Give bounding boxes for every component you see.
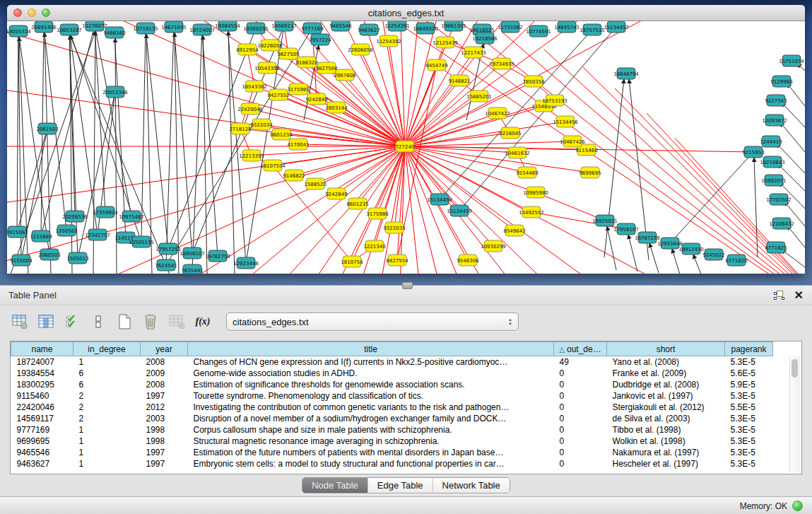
graph-node[interactable]: 9146821 [448, 75, 470, 86]
table-cell[interactable]: Hescheler et al. (1997) [607, 458, 725, 469]
graph-node[interactable]: 16210643 [760, 156, 785, 168]
graph-node[interactable]: 1215689 [30, 230, 52, 242]
table-cell[interactable]: 0 [554, 402, 607, 413]
table-cell[interactable]: 18724007 [11, 356, 73, 368]
graph-node[interactable]: 10975487 [119, 211, 144, 222]
table-cell[interactable]: 1 [73, 424, 141, 436]
graph-node[interactable]: 17703502 [766, 194, 792, 205]
graph-edge[interactable] [336, 146, 405, 194]
graph-node[interactable]: 10461632 [505, 147, 530, 158]
graph-edge[interactable] [536, 192, 605, 221]
table-cell[interactable]: 2012 [141, 402, 188, 413]
table-cell[interactable]: 0 [554, 379, 607, 390]
graph-edge[interactable] [168, 28, 256, 249]
table-row[interactable]: 946554611997Estimation of the future num… [11, 447, 773, 458]
graph-node[interactable]: 7624541 [155, 259, 177, 271]
graph-node[interactable]: 16925021 [592, 215, 618, 226]
graph-node[interactable]: 9465546 [329, 21, 352, 31]
graph-node[interactable]: 11731062 [498, 21, 523, 33]
graph-node[interactable]: 6771825 [765, 242, 787, 253]
table-cell[interactable]: Stergiakouli et al. (2012) [607, 402, 725, 413]
graph-node[interactable]: 19218586 [472, 33, 498, 44]
graph-node[interactable]: 8427552 [267, 89, 289, 100]
table-cell[interactable]: 5.5E-5 [725, 402, 773, 413]
graph-node[interactable]: 9322035 [383, 222, 405, 233]
graph-node[interactable]: 19861301 [441, 21, 466, 31]
table-row[interactable]: 911546021997Tourette syndrome. Phenomeno… [11, 390, 773, 402]
graph-edge[interactable] [405, 96, 479, 146]
table-cell[interactable]: 1997 [141, 447, 188, 458]
graph-node[interactable]: 10853287 [57, 24, 82, 35]
column-header-pagerank[interactable]: pagerank [725, 342, 773, 356]
graph-node[interactable]: 2718120 [229, 123, 251, 134]
graph-node[interactable]: 12106432 [769, 218, 794, 229]
table-cell[interactable]: Nakamura et al. (1997) [607, 447, 725, 458]
function-builder-button[interactable]: f(x) [193, 312, 213, 332]
table-cell[interactable]: Corpus callosum shape and size in male p… [188, 424, 554, 436]
table-cell[interactable]: 22420046 [11, 402, 73, 413]
network-window-titlebar[interactable]: citations_edges.txt [7, 5, 805, 21]
graph-node[interactable]: 18226058 [257, 40, 283, 51]
table-cell[interactable]: de Silva et al. (2003) [607, 413, 725, 424]
graph-node[interactable]: 15134459 [447, 205, 472, 216]
graph-node[interactable]: 18724007 [189, 24, 215, 35]
table-cell[interactable]: Estimation of the future numbers of pati… [188, 447, 554, 458]
table-source-dropdown[interactable]: citations_edges.txt ▲▼ [226, 313, 519, 331]
graph-node[interactable]: 9242848 [305, 93, 327, 105]
graph-node[interactable]: 18757515 [579, 24, 605, 35]
graph-node[interactable]: 6771820 [725, 255, 747, 266]
graph-edge[interactable] [17, 129, 47, 232]
table-cell[interactable]: Jankovic et al. (1997) [607, 390, 725, 402]
table-cell[interactable]: 2008 [141, 356, 188, 368]
graph-edge[interactable] [405, 146, 514, 230]
table-cell[interactable]: 2003 [141, 413, 188, 424]
table-cell[interactable]: Structural magnetic resonance image aver… [188, 436, 554, 447]
graph-node[interactable]: 11254392 [376, 35, 401, 47]
table-row[interactable]: 977716911998Corpus callosum shape and si… [11, 424, 773, 436]
graph-node[interactable]: 22420046 [237, 103, 263, 115]
graph-node[interactable]: 1350561 [55, 225, 77, 236]
table-row[interactable]: 969969511998Structural magnetic resonanc… [11, 436, 773, 447]
graph-node[interactable]: 14569117 [271, 21, 297, 31]
table-cell[interactable]: 14569117 [11, 413, 73, 424]
table-row[interactable]: 2242004622012Investigating the contribut… [11, 402, 773, 413]
graph-edge[interactable] [315, 146, 405, 184]
table-cell[interactable]: 5.3E-5 [725, 424, 773, 436]
graph-node[interactable]: 10467427 [485, 107, 510, 119]
graph-node[interactable]: 18107554 [260, 160, 286, 171]
graph-node[interactable]: 16787259 [635, 232, 660, 243]
graph-edge[interactable] [782, 103, 805, 127]
scrollbar-thumb[interactable] [792, 359, 798, 378]
graph-node[interactable]: 12342757 [85, 229, 110, 240]
graph-edge[interactable] [405, 146, 590, 173]
network-view-canvas[interactable]: 1405572420691406108532871527607294661601… [7, 21, 805, 274]
table-cell[interactable]: 9777169 [11, 424, 73, 436]
delete-table-button[interactable] [141, 312, 160, 332]
table-cell[interactable]: 5.3E-5 [725, 390, 773, 402]
panel-resize-handle[interactable] [402, 282, 413, 289]
graph-edge[interactable] [405, 65, 437, 146]
table-cell[interactable]: 2 [73, 390, 141, 402]
graph-node[interactable]: 8549643 [503, 225, 525, 236]
graph-node[interactable]: 15492557 [519, 206, 544, 218]
graph-node[interactable]: 10719135 [133, 23, 158, 34]
graph-edge[interactable] [17, 31, 18, 232]
graph-node[interactable]: 14671045 [161, 21, 187, 33]
table-cell[interactable]: 0 [554, 436, 607, 447]
graph-edge[interactable] [141, 28, 146, 242]
graph-node[interactable]: 9699695 [579, 167, 601, 178]
graph-node[interactable]: 7850358 [522, 76, 544, 87]
table-cell[interactable]: 0 [554, 390, 607, 402]
graph-node[interactable]: 14845743 [554, 21, 579, 33]
table-settings-button[interactable] [10, 312, 30, 332]
table-cell[interactable]: 2009 [141, 368, 188, 379]
tab-node-table[interactable]: Node Table [302, 478, 367, 493]
graph-node[interactable]: 9463627 [358, 24, 379, 35]
graph-node[interactable]: 15885201 [466, 90, 492, 102]
row-height-button[interactable] [88, 312, 108, 332]
graph-node[interactable]: 20053346 [102, 86, 128, 98]
graph-node[interactable]: 15134458 [427, 194, 452, 205]
graph-node[interactable]: 22606058 [348, 44, 373, 55]
graph-node[interactable]: 1505013 [66, 252, 88, 264]
graph-node[interactable]: 8601235 [346, 198, 368, 209]
